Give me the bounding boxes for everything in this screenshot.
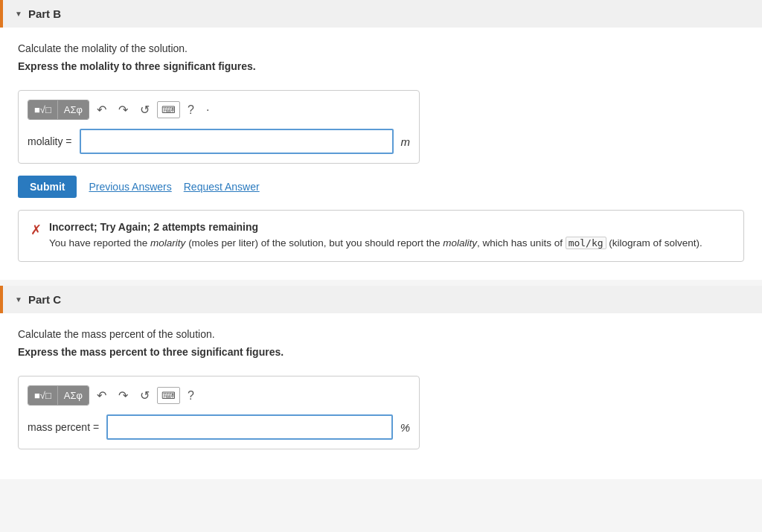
part-b-more-btn[interactable]: · (202, 100, 214, 120)
part-b-feedback-title: Incorrect; Try Again; 2 attempts remaini… (49, 221, 702, 233)
part-b-feedback-end: (kilogram of solvent). (606, 237, 702, 249)
part-b-feedback-suffix: , which has units of (477, 237, 566, 249)
part-b-answer-input[interactable] (80, 129, 394, 154)
part-b-input-label: molality = (28, 135, 72, 147)
part-b-title: Part B (28, 7, 61, 20)
part-c-instruction2: Express the mass percent to three signif… (18, 346, 744, 358)
part-b-math-btn2[interactable]: ΑΣφ (57, 100, 89, 119)
part-b-input-row: molality = m (28, 129, 410, 154)
part-b-refresh-btn[interactable]: ↺ (135, 100, 154, 120)
part-b-math-btn1[interactable]: ■√□ (28, 100, 57, 119)
part-c-undo-btn[interactable]: ↶ (92, 385, 111, 406)
part-b-feedback-text: You have reported the molarity (moles pe… (49, 236, 702, 251)
part-b-feedback-content: Incorrect; Try Again; 2 attempts remaini… (49, 221, 702, 251)
part-b-redo-btn[interactable]: ↷ (114, 100, 132, 120)
part-c-toolbar: ■√□ ΑΣφ ↶ ↷ ↺ ⌨ ? (28, 385, 410, 406)
part-c-refresh-btn[interactable]: ↺ (135, 385, 154, 406)
part-b-toggle-icon[interactable]: ▼ (15, 10, 22, 18)
part-b-instruction1: Calculate the molality of the solution. (18, 42, 744, 54)
part-b-header: ▼ Part B (0, 0, 762, 28)
part-c-body: Calculate the mass percent of the soluti… (0, 313, 762, 479)
part-c-input-label: mass percent = (28, 421, 99, 433)
part-c-instruction1: Calculate the mass percent of the soluti… (18, 328, 744, 340)
part-c-keyboard-btn[interactable]: ⌨ (157, 387, 180, 404)
part-b-body: Calculate the molality of the solution. … (0, 28, 762, 280)
part-c-header: ▼ Part C (0, 286, 762, 313)
part-b-instruction2: Express the molality to three significan… (18, 60, 744, 72)
part-c-answer-input[interactable] (106, 414, 393, 440)
part-c-math-btn1[interactable]: ■√□ (28, 386, 57, 405)
part-b-feedback-icon: ✗ (31, 222, 42, 238)
part-b-toolbar: ■√□ ΑΣφ ↶ ↷ ↺ ⌨ ? · (28, 100, 410, 120)
part-b-unit-label: m (401, 135, 411, 148)
part-b-feedback-unit: mol/kg (566, 237, 606, 249)
part-b-undo-btn[interactable]: ↶ (92, 100, 111, 120)
part-b-feedback-box: ✗ Incorrect; Try Again; 2 attempts remai… (18, 210, 744, 262)
part-b-keyboard-btn[interactable]: ⌨ (157, 101, 180, 118)
part-c-math-btn2[interactable]: ΑΣφ (57, 386, 89, 405)
part-b-feedback-italic1: molarity (150, 237, 185, 249)
part-c-help-btn[interactable]: ? (183, 386, 199, 406)
part-c-unit-label: % (400, 421, 410, 434)
part-b-action-row: Submit Previous Answers Request Answer (18, 176, 744, 198)
part-b-submit-button[interactable]: Submit (18, 176, 77, 198)
part-c-input-row: mass percent = % (28, 414, 410, 440)
part-c-title: Part C (28, 293, 61, 306)
part-b-request-answer-button[interactable]: Request Answer (184, 181, 260, 193)
part-b-feedback-prefix: You have reported the (49, 237, 150, 249)
part-b-btn-group1: ■√□ ΑΣφ (28, 100, 89, 120)
part-c-btn-group1: ■√□ ΑΣφ (28, 385, 89, 406)
part-b-help-btn[interactable]: ? (183, 100, 199, 120)
part-b-math-editor: ■√□ ΑΣφ ↶ ↷ ↺ ⌨ ? · molality = m (18, 90, 420, 164)
part-b-feedback-middle: (moles per liter) of the solution, but y… (185, 237, 443, 249)
part-b-section: ▼ Part B Calculate the molality of the s… (0, 0, 762, 280)
part-c-section: ▼ Part C Calculate the mass percent of t… (0, 286, 762, 479)
part-b-previous-answers-button[interactable]: Previous Answers (89, 181, 171, 193)
part-c-math-editor: ■√□ ΑΣφ ↶ ↷ ↺ ⌨ ? mass percent = % (18, 376, 420, 449)
part-c-redo-btn[interactable]: ↷ (114, 385, 132, 406)
part-c-toggle-icon[interactable]: ▼ (15, 295, 22, 304)
part-b-feedback-italic2: molality (443, 237, 477, 249)
